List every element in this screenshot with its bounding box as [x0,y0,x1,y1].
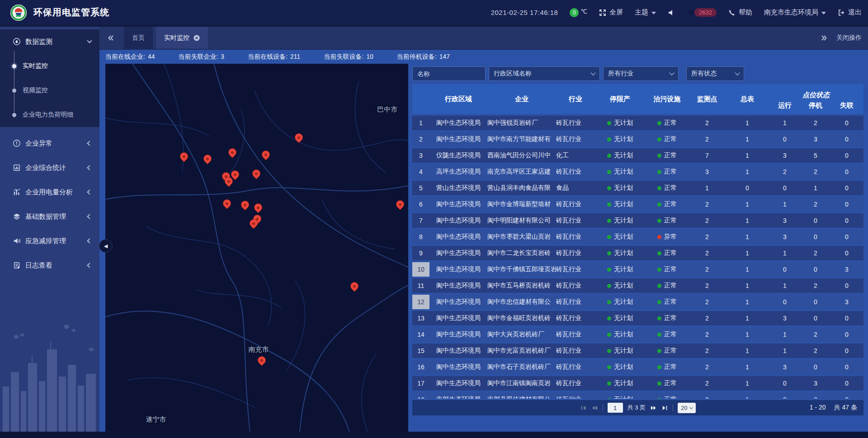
sidebar-item-企业用电量分析[interactable]: 企业用电量分析 [0,180,99,204]
layers-icon [13,212,21,221]
table-row[interactable]: 3仪陇生态环境局西南油气田分公司川中化工无计划正常71350 [412,148,863,163]
cell-monitor-points: 2 [689,213,725,228]
sidebar-item-应急减排管理[interactable]: 应急减排管理 [0,229,99,253]
header-lost: 失联 [831,100,863,114]
table-row[interactable]: 6阆中生态环境局阆中市金博瑞新型墙材砖瓦行业无计划正常21120 [412,197,863,212]
cell-facility-status: 正常 [645,213,689,228]
sidebar-item-数据监测[interactable]: 数据监测 [0,29,99,54]
tab-close-icon[interactable] [193,35,200,41]
status-dot-icon [657,381,661,386]
cell-monitor-points: 2 [689,116,725,130]
limit-status-label: 无计划 [614,200,633,208]
name-filter-field[interactable] [412,66,486,81]
cell-facility-status: 正常 [645,165,689,179]
cell-row-number: 1 [412,116,429,130]
org-menu-button[interactable]: 南充市生态环境局 [764,8,826,17]
cell-industry: 砖瓦行业 [556,246,595,260]
main-area: 巴中市南充市遂宁市 ◀ 行政区域名称 [99,64,868,432]
cell-disconnected: 0 [831,311,863,325]
cell-monitor-points: 2 [689,230,725,244]
tab-首页[interactable]: 首页 [124,27,153,49]
table-row[interactable]: 13阆中生态环境局阆中市金福旺页岩机砖砖瓦行业无计划正常21300 [412,311,863,325]
stat-value: 211 [290,53,300,61]
table-row[interactable]: 16阆中生态环境局阆中市石子页岩机砖厂砖瓦行业无计划正常21300 [412,360,863,374]
limit-status-label: 无计划 [614,363,633,371]
fullscreen-label: 全屏 [609,8,623,17]
industry-filter-select[interactable]: 所有行业 [603,66,679,81]
cell-running: 0 [769,295,800,309]
table-row[interactable]: 4高坪生态环境局南充市高坪区王家店建砖瓦行业无计划正常31220 [412,165,863,179]
cell-disconnected: 0 [831,148,863,163]
close-operations-button[interactable]: 关闭操作 [836,34,862,42]
table-row[interactable]: 5营山生态环境局营山县润丰肉食品有限食品无计划正常10010 [412,181,863,195]
cell-monitor-points: 2 [689,360,725,374]
page-number-input[interactable] [608,403,623,413]
name-filter-input[interactable] [417,70,481,77]
stat-label: 当前在线企业: [105,53,145,61]
stat-label: 当前在线设备: [248,53,288,61]
cell-disconnected: 3 [831,262,863,277]
sidebar-item-实时监控[interactable]: 实时监控 [0,54,99,78]
map-collapse-toggle[interactable]: ◀ [99,239,113,253]
cell-region: 南部生态环境局 [429,392,487,399]
cell-limit-status: 无计划 [595,181,645,195]
sidebar-item-企业异常[interactable]: 企业异常 [0,131,99,155]
sidebar-item-日志查看[interactable]: 日志查看 [0,253,99,278]
table-row[interactable]: 1阆中生态环境局阆中强锐页岩砖厂砖瓦行业无计划正常21120 [412,116,863,130]
previous-page-button[interactable] [591,405,598,411]
cell-row-number: 7 [412,213,429,228]
last-page-button[interactable] [661,405,668,411]
first-page-button[interactable] [580,405,587,411]
sidebar-item-企业电力负荷明细[interactable]: 企业电力负荷明细 [0,103,99,127]
stat-value: 10 [366,53,373,61]
help-button[interactable]: 帮助 [728,8,752,17]
tabs-scroll-right-button[interactable] [820,34,829,42]
map-panel[interactable]: 巴中市南充市遂宁市 ◀ [105,64,408,432]
next-page-button[interactable] [650,405,657,411]
content-column: 首页实时监控 关闭操作 当前在线企业:44当前失联企业:3当前在线设备:211当… [99,27,868,432]
sound-button[interactable] [668,9,675,16]
logout-button[interactable]: 退出 [838,8,862,17]
sidebar-item-企业综合统计[interactable]: 企业综合统计 [0,155,99,180]
page-size-select[interactable]: 20 [678,403,696,413]
cell-disconnected: 0 [831,246,863,260]
table-row[interactable]: 2阆中生态环境局阆中市南方节能建材有砖瓦行业无计划正常21030 [412,132,863,146]
cell-facility-status: 正常 [645,116,689,130]
fullscreen-button[interactable]: 全屏 [599,8,623,17]
region-filter-select[interactable]: 行政区域名称 [489,66,600,81]
cell-monitor-points: 2 [689,311,725,325]
table-row[interactable]: 17阆中生态环境局阆中市江南镇阆南页岩砖瓦行业无计划正常21030 [412,376,863,391]
status-dot-icon [607,137,611,141]
sidebar-item-基础数据管理[interactable]: 基础数据管理 [0,204,99,229]
phone-icon [728,9,736,16]
table-row[interactable]: 14阆中生态环境局阆中大兴页岩机砖厂砖瓦行业无计划正常21120 [412,327,863,342]
status-dot-icon [607,251,611,255]
cell-total-meters: 1 [725,132,769,146]
cell-disconnected: 0 [831,197,863,212]
theme-menu-button[interactable]: 主题 [635,8,656,17]
cell-region: 阆中生态环境局 [429,262,487,277]
cell-region: 阆中生态环境局 [429,213,487,228]
status-filter-select[interactable]: 所有状态 [686,66,744,81]
status-dot-icon [657,316,661,320]
tab-实时监控[interactable]: 实时监控 [156,27,208,49]
cell-row-number: 6 [412,197,429,212]
table-row[interactable]: 18南部生态环境局南部县双佳建材有限公砖瓦行业无计划正常21030 [412,392,863,399]
table-row[interactable]: 10阆中生态环境局阆中市千佛镇五郎垭页岩砖瓦行业无计划正常21003 [412,262,863,277]
cell-limit-status: 无计划 [595,360,645,374]
table-row[interactable]: 7阆中生态环境局阆中明阳建材有限公司砖瓦行业无计划正常21300 [412,213,863,228]
record-count: 1 - 20 共 47 条 [810,404,857,412]
stat-label: 当前失联设备: [324,53,363,61]
table-row[interactable]: 8阆中生态环境局阆中市枣碧大梁山页岩砖瓦行业无计划异常21300 [412,230,863,244]
sidebar-item-视频监控[interactable]: 视频监控 [0,78,99,103]
cell-total-meters: 1 [725,327,769,342]
sidebar-subitem-label: 企业电力负荷明细 [23,111,73,119]
tabs-scroll-left-button[interactable] [107,34,116,42]
notifications-button[interactable]: 2632 [687,8,717,17]
table-row[interactable]: 15阆中生态环境局阆中市光富页岩机砖厂砖瓦行业无计划正常21120 [412,344,863,358]
table-row[interactable]: 9阆中生态环境局阆中市二龙长宝页岩砖砖瓦行业无计划正常21120 [412,246,863,260]
table-row[interactable]: 12阆中生态环境局阆中市忠信建材有限公砖瓦行业无计划正常21003 [412,295,863,309]
cell-disconnected: 0 [831,165,863,179]
table-row[interactable]: 11阆中生态环境局阆中市五马桥页岩机砖砖瓦行业无计划正常21120 [412,278,863,293]
filter-bar: 行政区域名称 所有行业 所有状态 [412,66,863,81]
